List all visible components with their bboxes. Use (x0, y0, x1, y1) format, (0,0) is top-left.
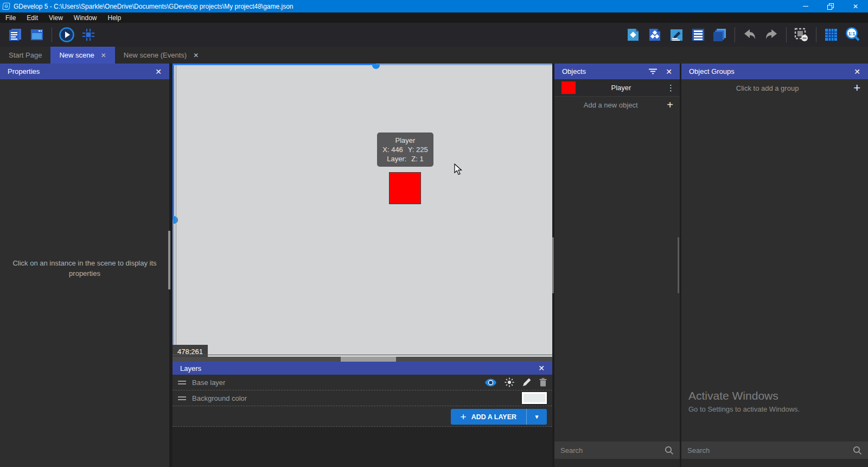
toolbar-separator (816, 27, 816, 42)
objects-search-input[interactable] (560, 446, 665, 455)
properties-panel: Properties ✕ Click on an instance in the… (0, 64, 169, 467)
effects-icon[interactable] (505, 377, 514, 387)
object-groups-body: Activate Windows Go to Settings to activ… (681, 97, 868, 441)
plus-icon[interactable]: + (667, 99, 673, 111)
close-panel-icon[interactable]: ✕ (854, 67, 860, 76)
watermark-title: Activate Windows (688, 389, 800, 402)
undo-icon (742, 27, 757, 42)
object-name: Player (576, 84, 667, 92)
edit-pencil-icon (669, 27, 684, 42)
toolbar-separator (735, 27, 735, 42)
tab-close-icon[interactable]: ✕ (101, 52, 106, 59)
layers-panel-button[interactable] (712, 27, 728, 43)
toolbar-separator (786, 27, 787, 42)
deselect-all-button[interactable] (793, 27, 809, 43)
menu-help[interactable]: Help (103, 12, 127, 23)
canvas-top-scroll-handle[interactable] (372, 64, 380, 69)
object-menu-icon[interactable]: ⋮ (667, 83, 675, 93)
close-panel-icon[interactable]: ✕ (666, 67, 672, 76)
tab-close-icon[interactable]: ✕ (193, 52, 199, 59)
zoom-original-button[interactable]: 1:1 (845, 27, 861, 43)
scene-left-edge-line (176, 65, 176, 356)
add-layer-button[interactable]: + ADD A LAYER ▾ (451, 409, 547, 425)
scene-window-icon (29, 27, 44, 42)
object-groups-title: Object Groups (689, 67, 735, 75)
add-group-row[interactable]: Click to add a group + (681, 79, 868, 97)
layer-row-background[interactable]: Background color (173, 390, 552, 406)
project-manager-button[interactable] (7, 27, 23, 43)
object-row-player[interactable]: Player ⋮ (554, 79, 680, 97)
add-group-label: Click to add a group (681, 84, 853, 92)
layers-footer (173, 427, 552, 467)
delete-layer-trash-icon[interactable] (539, 378, 547, 387)
properties-scrollbar[interactable] (168, 231, 170, 289)
restore-button[interactable] (818, 0, 843, 12)
scene-properties-button[interactable] (668, 27, 685, 43)
redo-button[interactable] (763, 27, 780, 43)
toggle-grid-button[interactable] (823, 27, 839, 43)
tab-start-page[interactable]: Start Page (0, 47, 50, 64)
horizontal-scrollbar[interactable] (173, 357, 552, 362)
filter-icon[interactable] (649, 67, 657, 76)
canvas-left-scroll-line (173, 220, 174, 356)
close-panel-icon[interactable]: ✕ (155, 67, 162, 76)
grid-icon (824, 27, 839, 42)
edit-layer-pencil-icon[interactable] (522, 378, 531, 387)
instance-tooltip: Player X: 446 Y: 225 Layer: Z: 1 (377, 132, 433, 167)
menu-edit[interactable]: Edit (21, 12, 43, 23)
instances-list-button[interactable] (690, 27, 706, 43)
tooltip-y: Y: 225 (408, 145, 428, 154)
canvas-bottom-line (173, 355, 552, 355)
scene-window-button[interactable] (29, 27, 45, 43)
tab-new-scene-events[interactable]: New scene (Events) ✕ (115, 47, 207, 64)
background-color-swatch[interactable] (522, 392, 547, 404)
object-groups-search-input[interactable] (687, 446, 853, 455)
scene-canvas[interactable]: Player X: 446 Y: 225 Layer: Z: 1 478;261 (173, 64, 552, 362)
close-panel-icon[interactable]: ✕ (538, 364, 545, 373)
menu-view[interactable]: View (43, 12, 68, 23)
plus-icon[interactable]: + (853, 81, 860, 95)
add-layer-row: + ADD A LAYER ▾ (173, 406, 552, 427)
tooltip-x: X: 446 (382, 145, 403, 154)
tab-new-scene[interactable]: New scene ✕ (50, 47, 114, 64)
objects-scrollbar[interactable] (678, 237, 679, 293)
horizontal-scrollbar-thumb[interactable] (341, 357, 396, 362)
add-object-panel-button[interactable] (625, 27, 641, 43)
gdevelop-logo-icon: G (2, 3, 10, 10)
layer-row-base[interactable]: Base layer (173, 375, 552, 390)
add-object-row[interactable]: Add a new object + (554, 97, 680, 113)
object-groups-panel: Object Groups ✕ Click to add a group + A… (681, 64, 868, 467)
layer-name: Background color (192, 394, 247, 402)
layers-title: Layers (180, 364, 201, 373)
object-thumbnail (561, 81, 576, 94)
close-window-button[interactable]: ✕ (843, 0, 868, 12)
objects-search-bar (554, 441, 680, 459)
properties-empty-message: Click on an instance in the scene to dis… (7, 258, 163, 279)
layers-header: Layers ✕ (173, 362, 552, 375)
project-manager-icon (8, 27, 23, 42)
launch-preview-button[interactable] (59, 27, 75, 43)
undo-button[interactable] (742, 27, 758, 43)
layers-icon (712, 27, 727, 42)
debugger-button[interactable] (80, 27, 97, 43)
tooltip-z: Z: 1 (411, 154, 423, 163)
properties-header: Properties ✕ (0, 64, 169, 79)
objects-list-body (554, 113, 680, 441)
minimize-button[interactable] (793, 0, 818, 12)
drag-handle-icon[interactable] (178, 396, 186, 400)
visibility-eye-icon[interactable] (485, 378, 496, 387)
object-icon (626, 27, 641, 42)
drag-handle-icon[interactable] (178, 381, 186, 384)
search-icon (665, 446, 674, 455)
canvas-right-scrollbar[interactable] (552, 237, 554, 293)
menu-file[interactable]: File (0, 12, 21, 23)
player-instance[interactable] (389, 172, 421, 204)
menu-window[interactable]: Window (68, 12, 103, 23)
objects-header: Objects ✕ (554, 64, 680, 79)
minimize-icon (803, 6, 808, 7)
layers-panel: Layers ✕ Base layer (173, 362, 552, 467)
activate-windows-watermark: Activate Windows Go to Settings to activ… (688, 389, 800, 413)
caret-down-icon[interactable]: ▾ (527, 409, 547, 425)
plus-icon: + (461, 411, 467, 423)
object-groups-panel-button[interactable] (647, 27, 663, 43)
